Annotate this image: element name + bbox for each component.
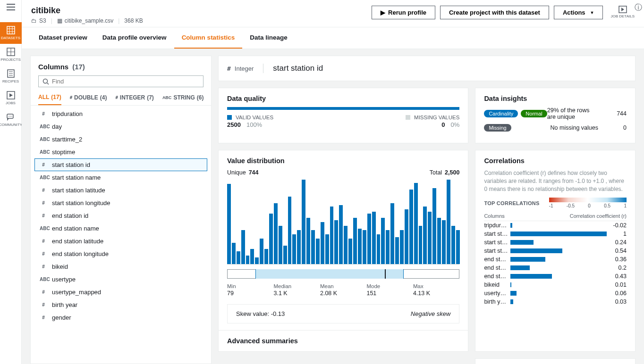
histogram-bar [447,180,450,264]
column-name-label: end station latitude [52,238,103,245]
histogram-bar [395,237,399,264]
tab-data-profile-overview[interactable]: Data profile overview [95,27,174,49]
data-quality-card: Data quality VALID VALUES MISSING VALUES… [218,88,468,143]
nav-community-label: COMMUNITY [0,123,22,127]
nav-jobs[interactable]: JOBS [0,87,22,109]
filesize-label: 368 KB [124,17,143,24]
corr-coef: -0.02 [610,222,627,229]
type-tab-all[interactable]: ALL (17) [38,94,61,105]
column-item[interactable]: #end station longitude [34,248,207,260]
nav-recipes[interactable]: RECIPES [0,66,22,87]
columns-title: Columns [38,63,68,71]
histogram-bar [306,218,310,264]
histogram-bar [363,230,366,264]
corr-coef: 0.24 [610,239,627,246]
column-item[interactable]: #bikeid [34,260,207,273]
columns-panel: Columns (17) ALL (17) #DOUBLE (4) #INTEG… [30,56,212,364]
stat-cell: Mean2.08 K [320,283,366,297]
column-item[interactable]: ABCstarttime_2 [34,133,207,146]
corr-bar [510,274,552,279]
column-item[interactable]: #tripduration [34,108,207,120]
corr-bar [510,248,562,253]
info-icon[interactable]: ⓘ [635,3,642,13]
corr-bar [510,240,534,245]
type-tab-double[interactable]: #DOUBLE (4) [70,94,107,105]
create-project-button[interactable]: Create project with this dataset [440,6,549,19]
corr-coef-head: Correlation coefficient (r) [570,213,627,219]
histogram-bar [428,212,432,264]
actions-button[interactable]: Actions [554,6,603,19]
corr-bar [510,257,545,262]
column-item[interactable]: ABCstart station name [34,171,207,184]
columns-find-input[interactable] [52,78,199,85]
missing-label: MISSING VALUES [414,115,459,120]
columns-find[interactable] [38,75,203,87]
skew-type: Negative skew [411,310,451,317]
nav-projects[interactable]: PROJECTS [0,44,22,66]
column-item[interactable]: #birth year [34,298,207,311]
column-type-icon: # [40,290,47,295]
column-name-label: start station name [52,174,101,181]
histogram-bar [250,249,254,264]
unique-value: 744 [249,169,259,176]
svg-point-6 [10,116,11,117]
histogram-bar [334,220,338,264]
corr-coef: 0.2 [610,265,627,271]
column-name-label: bikeid [52,263,68,270]
histogram-bar [264,249,268,264]
missing-pct: 0% [451,121,460,128]
boxplot[interactable] [227,269,459,279]
histogram-bar [367,214,371,264]
nav-projects-label: PROJECTS [0,58,21,62]
histogram-bar [288,197,292,264]
histogram-bar [255,257,259,264]
tab-data-lineage[interactable]: Data lineage [242,27,295,49]
column-item[interactable]: #start station latitude [34,184,207,197]
column-item[interactable]: #gender [34,311,207,324]
column-item[interactable]: ABCend station name [34,222,207,235]
source-label: S3 [39,17,46,24]
valid-swatch [227,115,232,120]
nav-jobs-label: JOBS [6,101,16,105]
job-details-button[interactable]: JOB DETAILS [610,6,635,18]
hash-icon: # [227,65,231,72]
corr-coef: 0.54 [610,248,627,254]
nav-community[interactable]: COMMUNITY [0,109,22,131]
pill: Cardinality [484,110,518,117]
nav-datasets[interactable]: DATASETS [0,22,22,44]
type-tab-string[interactable]: ABCSTRING (6) [162,94,204,105]
histogram-bar [232,243,236,264]
column-item[interactable]: ABCstoptime [34,146,207,158]
column-item[interactable]: #start station id [34,158,207,171]
histogram-bar [292,234,296,264]
top50-card: Top 50 unique values [475,358,636,364]
correlation-row: start st…0.24 [484,238,627,247]
column-item[interactable]: ABCusertype [34,273,207,286]
column-item[interactable]: #start station longitude [34,197,207,209]
column-item[interactable]: #end station latitude [34,235,207,248]
insight-text: 29% of the rows are unique [547,107,598,120]
tab-column-statistics[interactable]: Column statistics [174,27,243,49]
histogram-bar [246,256,250,264]
histogram-bar [432,188,436,264]
data-insights-title: Data insights [475,88,635,107]
missing-swatch [406,115,410,120]
menu-icon[interactable] [7,4,15,12]
corr-col-name: end st… [484,265,508,271]
histogram-bar [437,218,441,264]
column-item[interactable]: #end station id [34,209,207,222]
column-name-label: starttime_2 [52,136,82,143]
correlations-card: Correlations Correlation coefficient (r)… [475,150,636,352]
column-type-label: Integer [235,65,254,72]
corr-columns-head: Columns [484,213,504,219]
type-tab-integer[interactable]: #INTEGER (7) [115,94,153,105]
corr-col-name: end st… [484,273,508,280]
column-type-icon: # [40,251,47,256]
column-item[interactable]: #usertype_mapped [34,286,207,298]
column-item[interactable]: ABCday [34,120,207,133]
tab-dataset-preview[interactable]: Dataset preview [31,27,95,49]
rerun-profile-button[interactable]: ▶Rerun profile [372,6,435,19]
column-list: #tripdurationABCdayABCstarttime_2ABCstop… [31,106,211,331]
correlation-row: end st…0.36 [484,255,627,264]
histogram-bar [390,203,394,264]
